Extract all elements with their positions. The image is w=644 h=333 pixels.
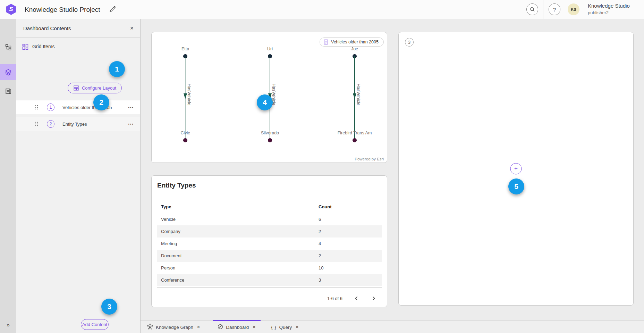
next-page-button[interactable] (370, 295, 377, 302)
cell-type: Conference (161, 274, 184, 286)
table-row[interactable]: Conference 3 (157, 274, 382, 286)
avatar[interactable]: KS (568, 3, 579, 15)
vehicle-node[interactable] (353, 139, 356, 142)
close-panel-icon[interactable]: ✕ (128, 25, 135, 32)
source-node-label: Uri (239, 47, 301, 51)
app-header: S Knowledge Studio Project ? KS Knowledg… (0, 0, 644, 19)
item-number-badge: 1 (47, 103, 54, 111)
tab-close-icon[interactable]: ✕ (295, 325, 299, 330)
add-widget-button[interactable]: + (510, 163, 522, 175)
layers-icon (5, 69, 12, 76)
cell-type: Person (161, 262, 175, 274)
grid-item-row[interactable]: 2 Entity Types ••• (16, 117, 140, 131)
slot-number-badge: 3 (405, 38, 414, 47)
table-row[interactable]: Company 2 (157, 225, 382, 238)
table-header: Type Count (157, 204, 382, 213)
target-node-label: Firebird Trans Am (323, 131, 386, 135)
view-tab-bar: Knowledge Graph ✕ Dashboard ✕ { } Query … (141, 320, 644, 333)
table-title: Entity Types (157, 182, 196, 189)
tab-label: Query (279, 325, 292, 330)
help-button[interactable]: ? (549, 3, 560, 15)
callout-step-1: 1 (109, 61, 125, 77)
footer-divider (157, 287, 382, 288)
table-row[interactable]: Person 10 (157, 262, 382, 274)
callout-step-2: 2 (93, 94, 109, 110)
tab-label: Dashboard (226, 325, 249, 330)
user-info[interactable]: Knowledge Studio publisher2 (588, 2, 630, 16)
chevron-left-icon (354, 296, 358, 301)
tab-close-icon[interactable]: ✕ (252, 325, 256, 330)
item-label: Entity Types (62, 117, 87, 131)
empty-grid-slot: 3 + (398, 32, 634, 306)
target-node-label: Civic (154, 131, 217, 135)
edge-relationship-label: HasVehicle (187, 84, 192, 106)
graph-edge-group: Joe HasVehicle Firebird Trans Am (323, 32, 386, 163)
schema-tool-button[interactable] (0, 39, 16, 55)
grid-item-row[interactable]: 1 Vehicles older than 2005 ••• (16, 100, 140, 114)
table-body: Vehicle 6 Company 2 Meeting 4 Document 2… (157, 213, 382, 286)
dashboard-gauge-icon (218, 324, 223, 331)
page-range-label: 1-6 of 6 (327, 296, 342, 301)
column-header-type: Type (161, 204, 171, 209)
layers-tool-button[interactable] (0, 64, 16, 80)
user-name: Knowledge Studio (588, 2, 630, 9)
search-button[interactable] (526, 3, 538, 15)
drag-handle-icon[interactable] (35, 105, 38, 111)
question-icon: ? (553, 7, 556, 13)
add-content-button[interactable]: Add Content (81, 319, 109, 330)
braces-icon: { } (271, 325, 276, 330)
drag-handle-icon[interactable] (35, 122, 38, 128)
tab-query[interactable]: { } Query ✕ (266, 320, 304, 333)
cell-count: 10 (319, 262, 323, 274)
tab-knowledge-graph[interactable]: Knowledge Graph ✕ (142, 320, 205, 333)
item-options-icon[interactable]: ••• (128, 100, 134, 115)
edit-title-icon[interactable] (109, 6, 117, 14)
cell-type: Company (161, 225, 180, 238)
edge-relationship-label: HasVehicle (356, 84, 361, 106)
table-row[interactable]: Meeting 4 (157, 238, 382, 250)
cell-type: Meeting (161, 238, 177, 250)
chevron-right-icon (372, 296, 376, 301)
previous-page-button[interactable] (353, 295, 360, 302)
layout-icon (73, 85, 79, 91)
save-tool-button[interactable] (0, 83, 16, 99)
table-row[interactable]: Document 2 (157, 250, 382, 262)
source-node-label: Joe (323, 47, 386, 51)
tab-close-icon[interactable]: ✕ (197, 325, 200, 330)
user-role: publisher2 (588, 9, 630, 16)
item-options-icon[interactable]: ••• (128, 117, 134, 131)
table-row[interactable]: Vehicle 6 (157, 213, 382, 225)
cell-count: 6 (319, 213, 321, 225)
schema-tree-icon (5, 44, 12, 51)
expand-rail-chevrons[interactable]: » (0, 320, 16, 330)
tab-label: Knowledge Graph (156, 325, 193, 330)
callout-step-3: 3 (101, 299, 117, 315)
dashboard-canvas: Vehicles older than 2005 Etta HasVehicle… (141, 19, 644, 320)
pagination: 1-6 of 6 (327, 293, 377, 303)
grid-items-section: Grid Items (16, 42, 140, 52)
add-content-label: Add Content (82, 322, 107, 327)
search-icon (529, 7, 535, 12)
cell-type: Vehicle (161, 213, 176, 225)
tab-dashboard[interactable]: Dashboard ✕ (213, 320, 261, 333)
configure-layout-label: Configure Layout (82, 85, 116, 91)
grid-item-list: 1 Vehicles older than 2005 ••• 2 Entity … (16, 100, 140, 131)
vehicle-node[interactable] (268, 139, 272, 142)
source-node-label: Etta (154, 47, 217, 51)
cell-count: 2 (319, 225, 321, 238)
esri-attribution: Powered by Esri (355, 157, 384, 161)
item-number-badge: 2 (47, 120, 54, 128)
project-title: Knowledge Studio Project (25, 0, 100, 19)
callout-step-5: 5 (508, 178, 524, 194)
entity-types-widget: Entity Types Type Count Vehicle 6 Compan… (151, 175, 387, 307)
panel-title: Dashboard Contents (23, 19, 71, 38)
vehicle-node[interactable] (184, 139, 187, 142)
save-icon (5, 88, 12, 95)
configure-layout-button[interactable]: Configure Layout (68, 83, 122, 93)
avatar-initials: KS (571, 7, 576, 11)
app-logo-icon[interactable]: S (6, 4, 17, 15)
tool-rail: » (0, 19, 16, 333)
column-header-count: Count (319, 204, 332, 209)
callout-step-4: 4 (257, 94, 273, 110)
grid-items-icon (22, 43, 29, 52)
